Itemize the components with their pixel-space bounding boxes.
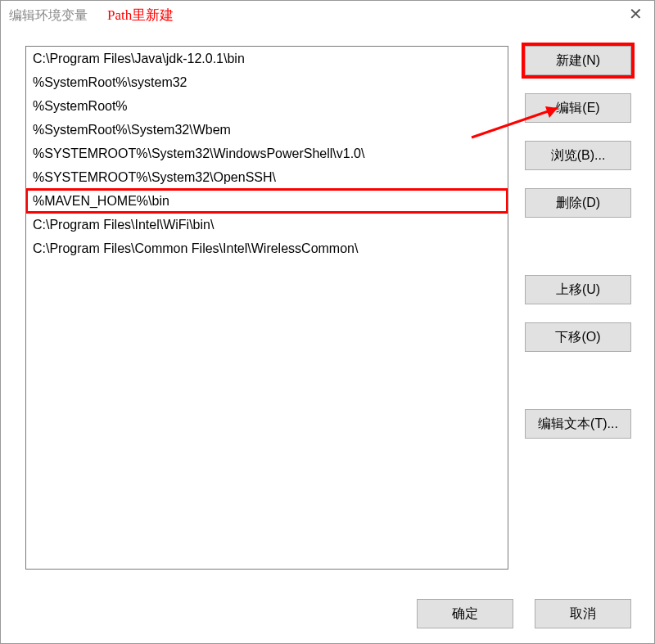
ok-button[interactable]: 确定 — [417, 599, 513, 628]
title-bar: 编辑环境变量 — [1, 1, 654, 30]
path-listbox[interactable]: C:\Program Files\Java\jdk-12.0.1\bin%Sys… — [25, 46, 508, 570]
move-down-button[interactable]: 下移(O) — [525, 322, 631, 352]
delete-button[interactable]: 删除(D) — [525, 188, 631, 218]
list-item[interactable]: %SYSTEMROOT%\System32\OpenSSH\ — [26, 165, 508, 189]
new-button[interactable]: 新建(N) — [525, 46, 631, 75]
move-up-button[interactable]: 上移(U) — [525, 275, 631, 304]
dialog-window: 编辑环境变量 ✕ Path里新建 C:\Program Files\Java\j… — [0, 0, 655, 644]
cancel-button[interactable]: 取消 — [535, 599, 631, 628]
window-title: 编辑环境变量 — [9, 7, 88, 25]
buttons-column: 新建(N) 编辑(E) 浏览(B)... 删除(D) 上移(U) 下移(O) 编… — [525, 46, 631, 457]
dialog-content: C:\Program Files\Java\jdk-12.0.1\bin%Sys… — [25, 46, 631, 586]
list-item[interactable]: C:\Program Files\Intel\WiFi\bin\ — [26, 213, 508, 236]
list-item[interactable]: %SystemRoot%\System32\Wbem — [26, 118, 508, 142]
list-item[interactable]: C:\Program Files\Java\jdk-12.0.1\bin — [26, 47, 508, 70]
browse-button[interactable]: 浏览(B)... — [525, 141, 631, 170]
annotation-text: Path里新建 — [107, 6, 174, 25]
close-icon[interactable]: ✕ — [629, 4, 643, 24]
list-item[interactable]: %SystemRoot%\system32 — [26, 70, 508, 94]
edit-button[interactable]: 编辑(E) — [525, 93, 631, 123]
edit-text-button[interactable]: 编辑文本(T)... — [525, 409, 631, 439]
list-item[interactable]: %SystemRoot% — [26, 94, 508, 118]
list-item[interactable]: %SYSTEMROOT%\System32\WindowsPowerShell\… — [26, 142, 508, 165]
list-item[interactable]: %MAVEN_HOME%\bin — [26, 189, 508, 213]
list-item[interactable]: C:\Program Files\Common Files\Intel\Wire… — [26, 236, 508, 260]
dialog-footer: 确定 取消 — [399, 599, 631, 628]
